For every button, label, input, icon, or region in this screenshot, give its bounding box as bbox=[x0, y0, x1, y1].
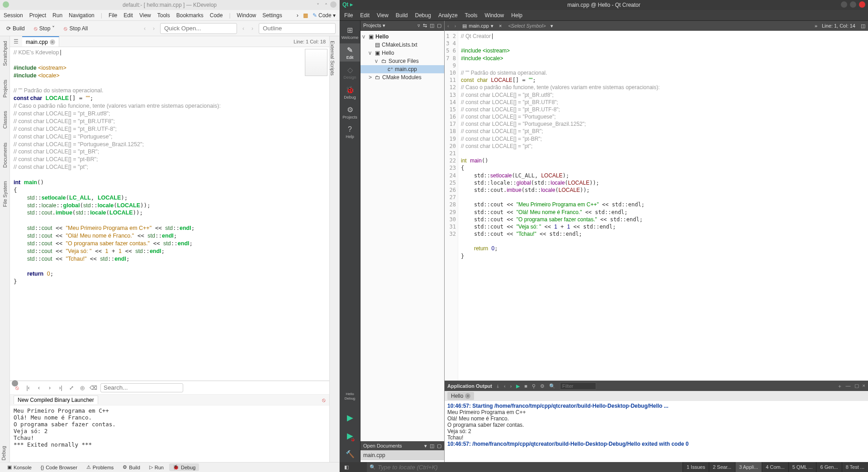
add-icon[interactable]: ＋ bbox=[837, 383, 842, 390]
bottombar-problems[interactable]: ⚠Problems bbox=[83, 463, 117, 471]
pin-icon[interactable]: ⫰ bbox=[497, 383, 499, 389]
next-icon[interactable]: › bbox=[510, 383, 512, 389]
tree-node-hello[interactable]: v▣Hello bbox=[360, 33, 444, 41]
next-icon[interactable]: › bbox=[46, 384, 53, 391]
stop-button[interactable]: ⦸Stop ˅ bbox=[31, 24, 58, 33]
editor-tab-main-cpp[interactable]: main.cpp × bbox=[22, 36, 59, 47]
pane-0[interactable]: 1 Issues bbox=[683, 462, 709, 472]
close-icon[interactable]: × bbox=[863, 383, 865, 390]
qtc-titlebar[interactable]: Qt ▸ main.cpp @ Hello - Qt Creator bbox=[340, 0, 868, 10]
menu-tools[interactable]: Tools bbox=[157, 12, 170, 19]
menu-file[interactable]: File bbox=[344, 12, 353, 19]
close-panel-icon[interactable]: ▢ bbox=[437, 23, 441, 29]
cursor-position[interactable]: Line: 1, Col: 14 bbox=[819, 23, 858, 29]
menu-code[interactable]: Code bbox=[210, 12, 223, 19]
stop-all-button[interactable]: ⦸Stop All bbox=[61, 24, 90, 33]
kdev-titlebar[interactable]: default:- [ hello:main.cpp ] — KDevelop … bbox=[0, 0, 339, 10]
split-icon[interactable]: ◫ bbox=[430, 443, 434, 449]
mode-projects[interactable]: ⚙Projects bbox=[340, 103, 360, 121]
filter-icon[interactable]: ▿ bbox=[417, 23, 420, 29]
nav-back-icon[interactable]: ‹ bbox=[445, 23, 452, 29]
build-button[interactable]: ⟳Build bbox=[4, 24, 28, 33]
last-icon[interactable]: ›| bbox=[57, 384, 64, 391]
menu-session[interactable]: Session bbox=[4, 12, 23, 19]
menu-project[interactable]: Project bbox=[29, 12, 46, 19]
rail-documents[interactable]: Documents bbox=[2, 143, 8, 168]
window-close-icon[interactable] bbox=[330, 1, 337, 8]
editor-options-icon[interactable]: ◫ bbox=[858, 23, 868, 29]
search-icon[interactable]: 🔍 bbox=[549, 383, 555, 389]
run-button[interactable]: ▶ bbox=[340, 410, 360, 426]
prev-icon[interactable]: ‹ bbox=[35, 384, 43, 391]
menu-window[interactable]: Window bbox=[237, 12, 256, 19]
open-doc-item[interactable]: main.cpp bbox=[360, 450, 444, 460]
menu-analyze[interactable]: Analyze bbox=[438, 12, 458, 19]
locator[interactable]: 🔍 bbox=[367, 462, 683, 472]
pane-1[interactable]: 2 Sear... bbox=[709, 462, 735, 472]
maximize-icon[interactable]: ▢ bbox=[854, 383, 859, 390]
panel-close-icon[interactable] bbox=[12, 380, 18, 386]
output-tab-close-icon[interactable]: ⦸ bbox=[322, 397, 326, 403]
rail-scratchpad[interactable]: Scratchpad bbox=[2, 41, 8, 66]
output-tab-launcher[interactable]: New Compiled Binary Launcher bbox=[14, 396, 98, 404]
tree-node-hello[interactable]: v▣Hello bbox=[360, 49, 444, 57]
output-filter-input[interactable] bbox=[560, 382, 596, 390]
split-menu-icon[interactable]: » bbox=[813, 23, 819, 29]
pane-2[interactable]: 3 Appli... bbox=[735, 462, 762, 472]
prev-icon[interactable]: ‹ bbox=[504, 383, 506, 389]
first-icon[interactable]: |‹ bbox=[24, 384, 32, 391]
sync-icon[interactable]: ⇆ bbox=[423, 23, 427, 29]
window-minimize-icon[interactable] bbox=[841, 1, 847, 8]
target-icon[interactable]: ◎ bbox=[79, 384, 86, 391]
mode-debug[interactable]: 🐞Debug bbox=[340, 83, 360, 101]
mode-edit[interactable]: ✎Edit bbox=[340, 43, 360, 62]
pane-5[interactable]: 6 Gen... bbox=[816, 462, 841, 472]
qtc-code-editor[interactable]: 1 2 3 4 5 6 7 8 9 10 11 12 13 14 15 16 1… bbox=[445, 31, 868, 381]
rail-external-scripts[interactable]: External Scripts bbox=[330, 36, 335, 76]
window-maximize-icon[interactable]: ˄ bbox=[325, 3, 327, 9]
nav-fwd-icon[interactable]: › bbox=[452, 23, 459, 29]
menu-bookmarks[interactable]: Bookmarks bbox=[176, 12, 204, 19]
outline-fwd-icon[interactable]: › bbox=[250, 25, 255, 32]
menu-help[interactable]: Help bbox=[511, 12, 522, 19]
outline-input[interactable] bbox=[259, 23, 336, 34]
menu-tools[interactable]: Tools bbox=[465, 12, 478, 19]
kdev-code-editor[interactable]: // KDE's Kdevelop| #include <iostream> #… bbox=[10, 47, 329, 381]
toggle-sidebar-icon[interactable]: ◧ bbox=[340, 464, 353, 470]
menu-edit[interactable]: Edit bbox=[123, 12, 133, 19]
project-tree[interactable]: v▣Hello▤CMakeLists.txtv▣Hellov🗀Source Fi… bbox=[360, 31, 444, 441]
menu-window[interactable]: Window bbox=[485, 12, 504, 19]
tree-node-source-files[interactable]: v🗀Source Files bbox=[360, 57, 444, 65]
close-panel-icon[interactable]: ▢ bbox=[437, 443, 441, 449]
outline-back-icon[interactable]: ‹ bbox=[241, 25, 246, 32]
tree-node-cmake-modules[interactable]: >🗀CMake Modules bbox=[360, 73, 444, 81]
menu-settings[interactable]: Settings bbox=[262, 12, 282, 19]
rail-classes[interactable]: Classes bbox=[2, 111, 8, 129]
tab-list-icon[interactable]: ☰ bbox=[10, 38, 22, 45]
build-button[interactable]: 🔨 bbox=[340, 446, 360, 462]
settings-icon[interactable]: ⚙ bbox=[540, 383, 545, 389]
chevron-down-icon[interactable]: ▾ bbox=[424, 443, 427, 449]
window-minimize-icon[interactable]: ˅ bbox=[317, 3, 319, 9]
rail-projects[interactable]: Projects bbox=[2, 80, 8, 98]
nav-fwd-icon[interactable]: › bbox=[151, 25, 157, 32]
tree-node-cmakelists-txt[interactable]: ▤CMakeLists.txt bbox=[360, 41, 444, 49]
mode-help[interactable]: ?Help bbox=[340, 123, 360, 141]
minimize-icon[interactable]: — bbox=[846, 383, 851, 390]
projects-dropdown[interactable]: Projects ▾ bbox=[363, 23, 415, 29]
bottombar-build[interactable]: ⚙Build bbox=[119, 463, 143, 471]
bottombar-code-browser[interactable]: {}Code Browser bbox=[37, 464, 81, 471]
menu-navigation[interactable]: Navigation bbox=[69, 12, 95, 19]
pane-3[interactable]: 4 Com... bbox=[762, 462, 788, 472]
chevron-right-icon[interactable]: › bbox=[297, 12, 299, 19]
view-grid-icon[interactable]: ▦ bbox=[303, 12, 308, 19]
expand-icon[interactable]: ⤢ bbox=[68, 384, 75, 391]
rail-file-system[interactable]: File System bbox=[2, 181, 8, 207]
locator-input[interactable] bbox=[378, 464, 446, 471]
play-icon[interactable]: ▶ bbox=[516, 383, 520, 389]
window-maximize-icon[interactable] bbox=[850, 1, 856, 8]
menu-build[interactable]: Build bbox=[396, 12, 408, 19]
output-tab-hello[interactable]: Hello × bbox=[447, 392, 474, 400]
mode-design[interactable]: ◇Design bbox=[340, 63, 360, 81]
bottombar-run[interactable]: ▷Run bbox=[146, 463, 167, 471]
